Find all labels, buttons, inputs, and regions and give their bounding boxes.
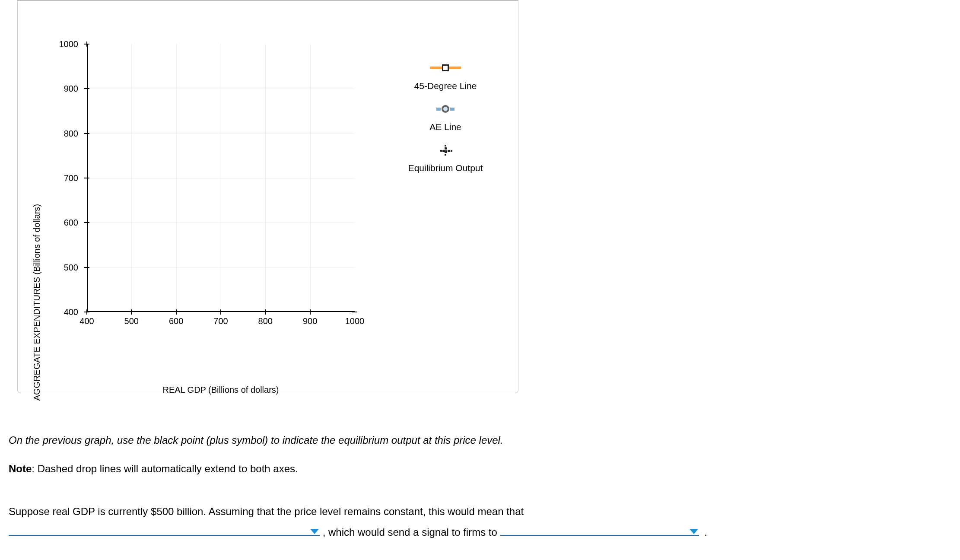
note-label: Note: [9, 463, 32, 474]
x-tick-label: 400: [79, 316, 94, 326]
legend-label: Equilibrium Output: [389, 162, 502, 173]
y-tick-label: 1000: [59, 39, 83, 49]
chevron-down-icon: [690, 529, 698, 534]
x-tick-label: 600: [169, 316, 183, 326]
x-tick-label: 1000: [345, 316, 365, 326]
x-tick-label: 700: [213, 316, 228, 326]
line-square-icon: [389, 61, 502, 74]
y-tick-label: 900: [64, 84, 83, 94]
chart-legend: 45-Degree Line AE Line: [389, 61, 502, 185]
plot-area[interactable]: [87, 44, 355, 312]
y-axis-label: AGGREGATE EXPENDITURES (Billions of doll…: [32, 204, 42, 401]
legend-ae-line[interactable]: AE Line: [389, 102, 502, 132]
question-part-1: Suppose real GDP is currently $500 billi…: [9, 506, 524, 517]
y-tick-label: 800: [64, 128, 83, 138]
legend-label: AE Line: [389, 121, 502, 132]
sentence-period: .: [704, 526, 707, 538]
legend-label: 45-Degree Line: [389, 80, 502, 91]
question-separator: , which would send a signal to firms to: [323, 526, 500, 538]
legend-45-degree-line[interactable]: 45-Degree Line: [389, 61, 502, 91]
question-text: Suppose real GDP is currently $500 billi…: [9, 501, 942, 543]
chevron-down-icon: [310, 529, 319, 534]
x-tick-label: 900: [303, 316, 317, 326]
y-tick-label: 500: [64, 262, 83, 272]
x-tick-label: 800: [258, 316, 273, 326]
x-axis-label: REAL GDP (Billions of dollars): [163, 385, 279, 395]
note-text: Note: Dashed drop lines will automatical…: [9, 461, 942, 477]
y-tick-label: 600: [64, 218, 83, 228]
dropdown-blank-1[interactable]: [9, 524, 320, 536]
plus-point-icon: [389, 143, 502, 156]
line-circle-icon: [389, 102, 502, 115]
y-tick-label: 700: [64, 173, 83, 183]
chart[interactable]: AGGREGATE EXPENDITURES (Billions of doll…: [39, 44, 398, 364]
instruction-text: On the previous graph, use the black poi…: [9, 432, 942, 449]
y-tick-label: 400: [64, 307, 83, 317]
graph-panel: AGGREGATE EXPENDITURES (Billions of doll…: [17, 0, 518, 393]
note-body: : Dashed drop lines will automatically e…: [32, 463, 298, 474]
dropdown-blank-2[interactable]: [500, 524, 699, 536]
legend-equilibrium-output[interactable]: Equilibrium Output: [389, 143, 502, 173]
x-tick-label: 500: [124, 316, 139, 326]
